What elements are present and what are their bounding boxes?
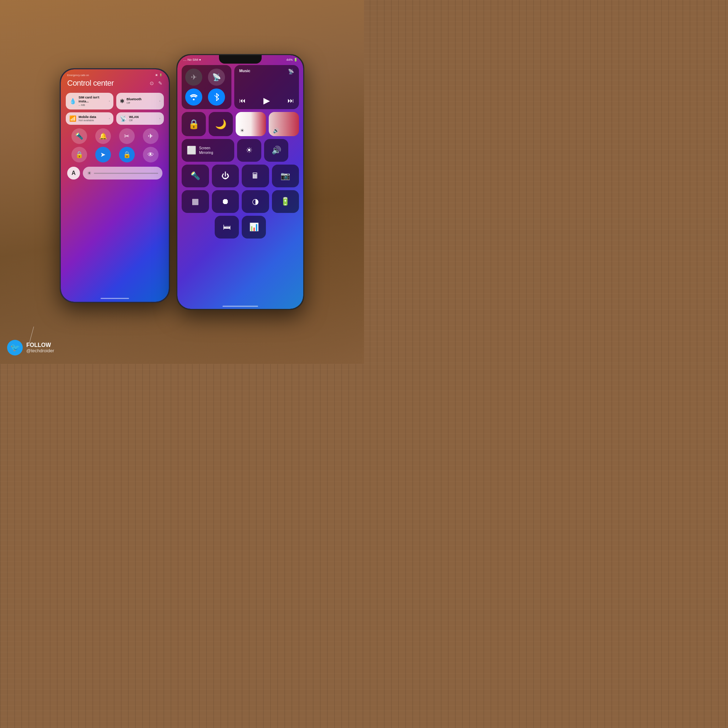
iphone-connectivity-tile: ✈ 📡 bbox=[182, 65, 231, 109]
flashlight-button-iphone[interactable]: 🔦 bbox=[182, 165, 209, 187]
screen-record-button[interactable]: ⏺ bbox=[212, 190, 239, 213]
brightness-slider-tile[interactable]: ☀ bbox=[236, 112, 266, 136]
iphone-conn-buttons: ✈ 📡 bbox=[185, 69, 228, 106]
screenshot-button[interactable]: ✂ bbox=[119, 128, 135, 144]
lock-rotation-button[interactable]: 🔒 bbox=[182, 112, 206, 136]
dark-mode-button[interactable]: ◑ bbox=[242, 190, 269, 213]
airplane-mode-button[interactable]: ✈ bbox=[185, 69, 202, 86]
iphone: .... No SIM ● 44% 🔋 ✈ 📡 bbox=[176, 54, 304, 310]
brightness-tile-icon: ☀ bbox=[246, 146, 253, 155]
wifi-status-icon: ▣ bbox=[155, 73, 158, 76]
battery-tile-button[interactable]: 🔋 bbox=[272, 190, 299, 213]
android-screen: Emergency calls on ▣ 🔋 Control center ⊙ … bbox=[61, 69, 169, 302]
settings-icon[interactable]: ⊙ bbox=[150, 80, 154, 86]
brightness-icon: ☀ bbox=[87, 170, 92, 176]
iphone-home-indicator bbox=[223, 306, 258, 307]
android-cc-title: Control center bbox=[67, 78, 114, 88]
battery-percent: 44% bbox=[286, 58, 292, 61]
android-header: Control center ⊙ ✎ bbox=[66, 78, 164, 88]
battery-status-icon: 🔋 bbox=[159, 73, 162, 76]
screen-lock-button[interactable]: 🔒 bbox=[119, 147, 135, 162]
bluetooth-sublabel: Off bbox=[127, 101, 141, 104]
sim-card-label: SIM card isn't insta... bbox=[78, 96, 107, 104]
wlan-tile[interactable]: 📡 WLAN Off › bbox=[116, 112, 164, 125]
svg-point-0 bbox=[193, 99, 195, 101]
twitter-logo: 🐦 bbox=[7, 340, 23, 355]
wlan-text: WLAN Off bbox=[129, 115, 139, 122]
iphone-carrier: .... No SIM ● bbox=[183, 58, 201, 61]
edit-icon[interactable]: ✎ bbox=[158, 80, 162, 86]
bluetooth-button[interactable] bbox=[208, 89, 225, 106]
wifi-icon bbox=[190, 94, 198, 100]
sim-card-sublabel: -- MB bbox=[78, 104, 107, 107]
screen-mirror-label: ScreenMirroring bbox=[199, 146, 213, 155]
screen-mirror-icon: ⬜ bbox=[187, 146, 196, 155]
font-size-button[interactable]: A bbox=[67, 167, 80, 179]
bluetooth-tile[interactable]: ✱ Bluetooth Off › bbox=[116, 93, 164, 110]
lock-button[interactable]: 🔒 bbox=[72, 147, 87, 162]
bluetooth-icon bbox=[214, 93, 219, 101]
brightness-bar bbox=[94, 173, 158, 174]
android-control-center: Emergency calls on ▣ 🔋 Control center ⊙ … bbox=[61, 69, 169, 302]
volume-tile-icon: 🔊 bbox=[272, 146, 281, 155]
wlan-label: WLAN bbox=[129, 115, 139, 119]
iphone-bottom-row: 🛏 📊 bbox=[182, 216, 299, 239]
iphone-screen: .... No SIM ● 44% 🔋 ✈ 📡 bbox=[177, 55, 303, 309]
quick-toggles-row1: 🔦 🔔 ✂ ✈ bbox=[66, 128, 164, 144]
mobile-data-tile[interactable]: 📶 Mobile data Not available › bbox=[66, 112, 113, 125]
iphone-grid-row2: ▦ ⏺ ◑ 🔋 bbox=[182, 190, 299, 213]
watermark: 🐦 FOLLOW @techdroider bbox=[7, 340, 54, 355]
cellular-button[interactable]: 📡 bbox=[208, 69, 225, 86]
mobile-data-sublabel: Not available bbox=[78, 119, 96, 122]
eye-protection-button[interactable]: 👁 bbox=[143, 147, 159, 162]
twitter-handle: @techdroider bbox=[26, 348, 54, 353]
bluetooth-text: Bluetooth Off bbox=[127, 97, 141, 104]
sim-card-icon: 💧 bbox=[69, 98, 76, 104]
notifications-button[interactable]: 🔔 bbox=[95, 128, 111, 144]
volume-tile[interactable]: 🔊 bbox=[264, 139, 288, 162]
do-not-disturb-button[interactable]: 🌙 bbox=[209, 112, 233, 136]
no-sim-label: No SIM ● bbox=[188, 58, 201, 61]
connectivity-row-2: 📶 Mobile data Not available › 📡 WLAN Off… bbox=[66, 112, 164, 125]
android-header-icons: ⊙ ✎ bbox=[150, 80, 162, 86]
sim-card-tile[interactable]: 💧 SIM card isn't insta... -- MB › bbox=[66, 93, 113, 110]
sim-card-arrow: › bbox=[109, 99, 110, 103]
quick-toggles-row2: 🔒 ➤ 🔒 👁 bbox=[66, 147, 164, 162]
flashlight-button[interactable]: 🔦 bbox=[72, 128, 87, 144]
wlan-icon: 📡 bbox=[120, 115, 127, 122]
iphone-grid-row1: 🔦 ⏻ 🖩 📷 bbox=[182, 165, 299, 187]
wifi-button[interactable] bbox=[185, 89, 202, 106]
android-status-bar: Emergency calls on ▣ 🔋 bbox=[66, 73, 164, 76]
music-forward-button[interactable]: ⏭ bbox=[288, 97, 294, 104]
brightness-slider[interactable]: ☀ bbox=[83, 167, 162, 179]
bluetooth-label: Bluetooth bbox=[127, 97, 141, 101]
sim-card-text: SIM card isn't insta... -- MB bbox=[78, 96, 107, 107]
follow-text: FOLLOW @techdroider bbox=[26, 342, 54, 353]
twitter-bird-icon: 🐦 bbox=[10, 343, 20, 352]
mobile-data-arrow: › bbox=[109, 117, 110, 120]
screen-mirroring-button[interactable]: ⬜ ScreenMirroring bbox=[182, 139, 234, 162]
location-button[interactable]: ➤ bbox=[95, 147, 111, 162]
iphone-music-tile[interactable]: Music 📡 ⏮ ▶ ⏭ bbox=[234, 65, 299, 109]
mobile-data-text: Mobile data Not available bbox=[78, 115, 96, 122]
calculator-button[interactable]: 🖩 bbox=[242, 165, 269, 187]
music-play-button[interactable]: ▶ bbox=[263, 96, 270, 106]
sleep-button[interactable]: 🛏 bbox=[215, 216, 239, 239]
font-a-label: A bbox=[72, 170, 76, 176]
airplay-icon[interactable]: 📡 bbox=[288, 69, 294, 74]
iphone-mirror-row: ⬜ ScreenMirroring ☀ 🔊 bbox=[182, 139, 299, 162]
iphone-notch bbox=[219, 55, 262, 64]
music-controls: ⏮ ▶ ⏭ bbox=[239, 96, 294, 106]
iphone-battery: 44% 🔋 bbox=[286, 58, 298, 61]
camera-button[interactable]: 📷 bbox=[272, 165, 299, 187]
follow-label: FOLLOW bbox=[26, 342, 54, 348]
music-rewind-button[interactable]: ⏮ bbox=[239, 97, 246, 104]
voice-memo-button[interactable]: 📊 bbox=[242, 216, 266, 239]
volume-slider-tile[interactable]: 🔊 bbox=[269, 112, 299, 136]
power-button-iphone[interactable]: ⏻ bbox=[212, 165, 239, 187]
wlan-arrow: › bbox=[159, 117, 160, 120]
qr-code-button[interactable]: ▦ bbox=[182, 190, 209, 213]
mobile-data-icon: 📶 bbox=[69, 115, 76, 122]
airplane-button[interactable]: ✈ bbox=[143, 128, 159, 144]
brightness-tile[interactable]: ☀ bbox=[237, 139, 261, 162]
